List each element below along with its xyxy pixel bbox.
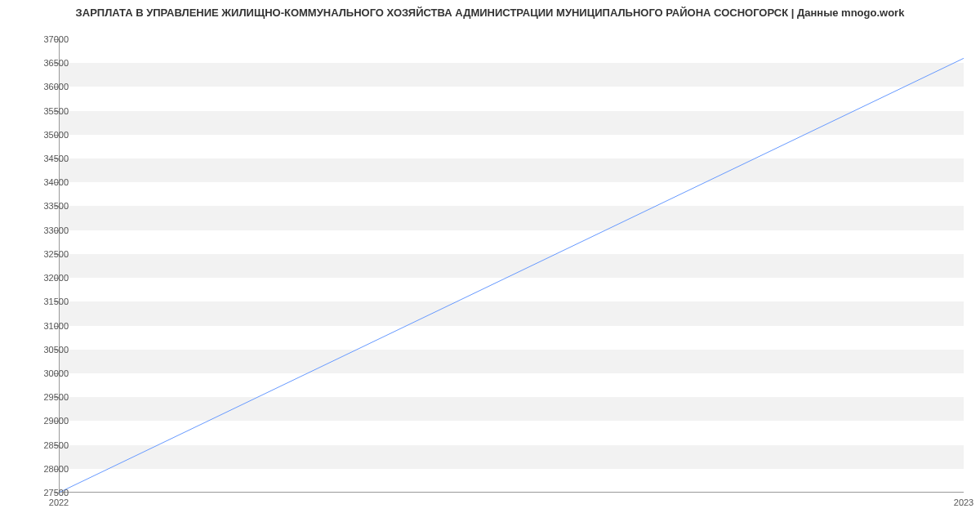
y-axis-label: 30500: [43, 345, 69, 355]
y-axis-label: 36500: [43, 58, 69, 68]
y-axis-label: 28000: [43, 464, 69, 474]
plot-area: [59, 39, 964, 493]
y-axis-label: 29500: [43, 392, 69, 402]
y-axis-label: 34500: [43, 154, 69, 163]
y-axis-label: 35500: [43, 106, 69, 116]
y-axis-label: 32000: [43, 273, 69, 283]
y-axis-label: 32500: [43, 249, 69, 259]
y-axis-label: 34000: [43, 177, 69, 187]
y-axis-label: 31000: [43, 321, 69, 331]
svg-line-0: [59, 58, 964, 493]
x-axis-label: 2022: [49, 498, 69, 507]
y-axis-label: 33500: [43, 201, 69, 211]
y-axis-label: 36000: [43, 82, 69, 91]
y-axis-label: 30000: [43, 368, 69, 378]
data-series-line: [59, 39, 964, 493]
y-axis-label: 35000: [43, 130, 69, 140]
y-axis-label: 31500: [43, 297, 69, 306]
x-axis-label: 2023: [954, 498, 973, 507]
line-chart: ЗАРПЛАТА В УПРАВЛЕНИЕ ЖИЛИЩНО-КОММУНАЛЬН…: [0, 0, 980, 531]
y-axis-label: 27500: [43, 488, 69, 498]
y-axis-label: 37000: [43, 34, 69, 44]
chart-title: ЗАРПЛАТА В УПРАВЛЕНИЕ ЖИЛИЩНО-КОММУНАЛЬН…: [0, 7, 980, 19]
y-axis-label: 33000: [43, 225, 69, 235]
y-axis-label: 29000: [43, 416, 69, 426]
y-axis-label: 28500: [43, 440, 69, 450]
